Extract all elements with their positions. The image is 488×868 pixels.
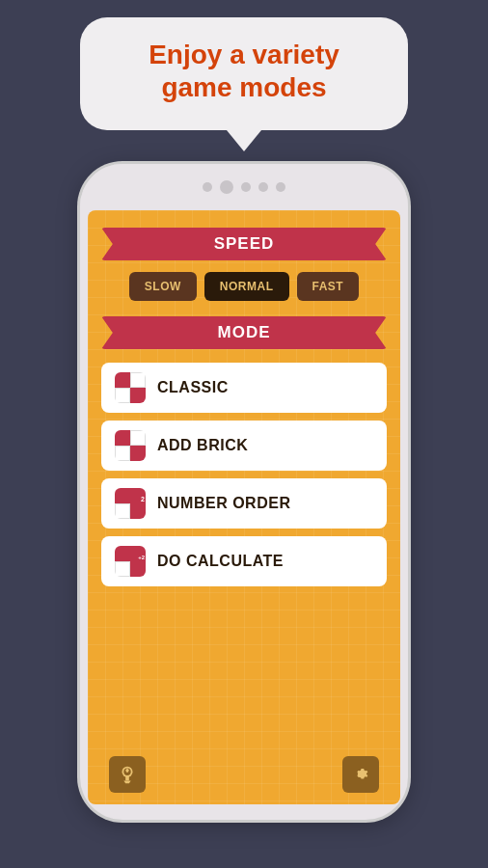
icon-q3 bbox=[115, 561, 130, 577]
icon-q2 bbox=[130, 430, 146, 446]
speech-bubble: Enjoy a variety game modes bbox=[80, 17, 408, 130]
do-calculate-label: DO CALCULATE bbox=[157, 553, 284, 570]
do-calculate-mode-button[interactable]: +2 DO CALCULATE bbox=[101, 536, 387, 586]
svg-marker-2 bbox=[123, 780, 130, 783]
add-brick-label: ADD BRICK bbox=[157, 437, 248, 454]
icon-q1 bbox=[115, 430, 130, 446]
icon-q4 bbox=[130, 388, 146, 403]
icon-q3 bbox=[115, 503, 130, 519]
phone-frame: SPEED SLOW NORMAL FAST MODE bbox=[80, 164, 408, 820]
normal-button[interactable]: NORMAL bbox=[204, 272, 289, 301]
achievement-button[interactable] bbox=[109, 756, 146, 793]
phone-dot-3 bbox=[258, 182, 268, 192]
icon-q4 bbox=[130, 446, 146, 461]
icon-q3 bbox=[115, 388, 130, 403]
phone-top-bar bbox=[80, 164, 408, 210]
speed-buttons-row: SLOW NORMAL FAST bbox=[129, 272, 359, 301]
speed-banner-text: SPEED bbox=[214, 234, 275, 253]
icon-q1 bbox=[115, 546, 130, 561]
settings-icon bbox=[350, 764, 371, 785]
icon-q4 bbox=[130, 503, 146, 519]
slow-button[interactable]: SLOW bbox=[129, 272, 197, 301]
icon-q2-num: 2 bbox=[130, 488, 146, 503]
number-order-icon: 2 bbox=[115, 488, 146, 519]
phone-dot-2 bbox=[241, 182, 251, 192]
speed-banner: SPEED bbox=[101, 228, 387, 260]
add-brick-icon bbox=[115, 430, 146, 461]
mode-banner-text: MODE bbox=[218, 323, 271, 341]
classic-label: CLASSIC bbox=[157, 379, 229, 396]
icon-q2-plus2: +2 bbox=[130, 546, 146, 561]
achievement-icon bbox=[117, 764, 138, 785]
phone-dot-1 bbox=[203, 182, 212, 192]
icon-q2 bbox=[130, 372, 146, 388]
number-order-mode-button[interactable]: 2 NUMBER ORDER bbox=[101, 478, 387, 529]
icon-q4 bbox=[130, 561, 146, 577]
number-order-label: NUMBER ORDER bbox=[157, 495, 290, 512]
mode-banner: MODE bbox=[101, 316, 387, 349]
game-screen: SPEED SLOW NORMAL FAST MODE bbox=[88, 210, 400, 804]
phone-dot-speaker bbox=[220, 180, 233, 194]
bottom-bar bbox=[101, 752, 387, 793]
icon-q3 bbox=[115, 446, 130, 461]
settings-button[interactable] bbox=[342, 756, 379, 793]
add-brick-mode-button[interactable]: ADD BRICK bbox=[101, 420, 387, 471]
classic-icon bbox=[115, 372, 146, 403]
speech-bubble-text: Enjoy a variety game modes bbox=[115, 39, 373, 103]
icon-q1 bbox=[115, 372, 130, 388]
fast-button[interactable]: FAST bbox=[297, 272, 360, 301]
svg-rect-1 bbox=[125, 776, 129, 781]
phone-dot-4 bbox=[276, 182, 285, 192]
icon-q1 bbox=[115, 488, 130, 503]
do-calculate-icon: +2 bbox=[115, 546, 146, 577]
classic-mode-button[interactable]: CLASSIC bbox=[101, 363, 387, 413]
